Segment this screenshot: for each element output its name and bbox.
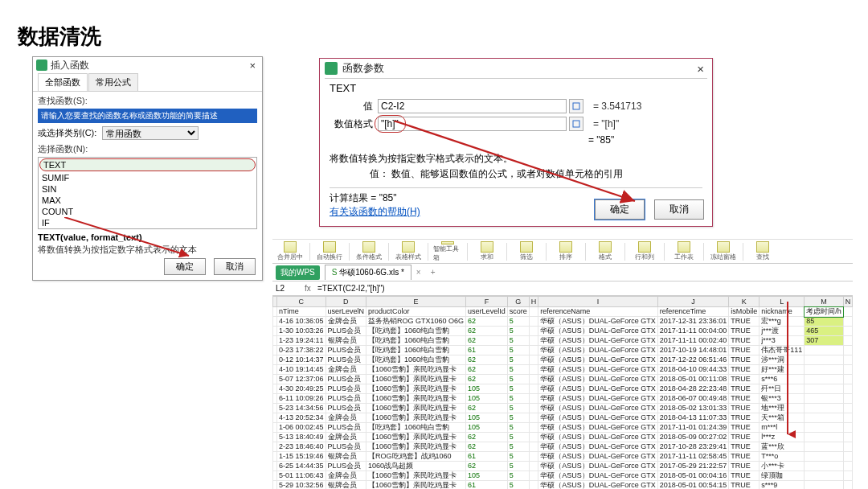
literal-result: = "85" [588, 134, 702, 146]
tab-common-formula[interactable]: 常用公式 [88, 73, 138, 91]
list-item[interactable]: SIN [39, 183, 256, 195]
ribbon-button[interactable]: 查找 [748, 241, 777, 262]
ribbon-button[interactable]: 行和列 [630, 241, 659, 262]
ok-button[interactable]: 确定 [595, 199, 645, 220]
param-eval: = 3.541713 [593, 101, 641, 112]
close-tab-icon[interactable]: × [411, 268, 426, 277]
function-name: TEXT [330, 82, 702, 94]
ok-button[interactable]: 确定 [164, 258, 206, 275]
data-grid[interactable]: CDEFGHIJKLMNOnTimeuserLevelNproductColor… [272, 296, 853, 489]
app-icon [325, 62, 338, 75]
category-label: 或选择类别(C): [38, 127, 102, 139]
list-label: 选择函数(N): [38, 143, 257, 155]
param-input-value[interactable] [378, 99, 567, 113]
cancel-button[interactable]: 取消 [654, 199, 704, 220]
list-item[interactable]: SUMIF [39, 172, 256, 183]
search-label: 查找函数(S): [38, 95, 257, 107]
ribbon-button[interactable]: 筛选 [512, 241, 541, 262]
list-item[interactable]: MAX [39, 195, 256, 206]
list-item[interactable]: AVERAGE [39, 228, 256, 229]
help-link[interactable]: 有关该函数的帮助(H) [330, 206, 420, 217]
range-picker-icon[interactable] [569, 117, 583, 131]
formula-text[interactable]: =TEXT(C2-I2,"[h]") [317, 284, 385, 293]
range-picker-icon[interactable] [569, 99, 583, 113]
ribbon-button[interactable]: 求和 [473, 241, 502, 262]
tabbar: 我的WPS S 华硕1060-6G.xls * × + [272, 264, 853, 281]
hint-text: 将数值转换为按指定数字格式表示的文本。 [330, 152, 702, 166]
wps-tab[interactable]: 我的WPS [276, 265, 320, 280]
ribbon-button[interactable]: 自动换行 [315, 241, 344, 262]
fx-icon[interactable]: fx [305, 284, 317, 293]
ribbon-button[interactable]: 表格样式 [394, 241, 423, 262]
search-input[interactable]: 请输入您要查找的函数名称或函数功能的简要描述 [38, 109, 257, 123]
close-icon[interactable]: × [694, 62, 707, 76]
formula-bar: L2 fx =TEXT(C2-I2,"[h]") [272, 281, 853, 296]
name-box[interactable]: L2 [276, 284, 305, 293]
cancel-button[interactable]: 取消 [214, 258, 256, 275]
dialog-title: 函数参数 [342, 61, 694, 76]
ribbon-button[interactable]: 智能工具箱 [433, 241, 462, 262]
ribbon-button[interactable]: 合并居中 [276, 241, 305, 262]
calc-result: 计算结果 = "85" [330, 192, 397, 203]
function-description: 将数值转换为按指定数字格式表示的文本 [38, 244, 257, 256]
page-title: 数据清洗 [18, 23, 101, 51]
ribbon-button[interactable]: 冻结窗格 [709, 241, 738, 262]
list-item[interactable]: COUNT [39, 206, 256, 217]
insert-function-dialog: 插入函数 × 全部函数 常用公式 查找函数(S): 请输入您要查找的函数名称或函… [32, 56, 263, 281]
tab-all-functions[interactable]: 全部函数 [38, 73, 88, 91]
hint-text: 值： 数值、能够返回数值的公式，或者对数值单元格的引用 [370, 167, 702, 181]
function-params-dialog: 函数参数 × TEXT 值 = 3.541713 数值格式 = "[h]" = … [319, 58, 713, 227]
svg-rect-1 [573, 103, 579, 109]
list-item-text[interactable]: TEXT [39, 158, 256, 171]
add-tab-icon[interactable]: + [426, 268, 440, 277]
list-item[interactable]: IF [39, 217, 256, 228]
ribbon-button[interactable]: 格式 [591, 241, 620, 262]
spreadsheet-app: 合并居中自动换行条件格式表格样式智能工具箱求和筛选排序格式行和列工作表冻结窗格查… [272, 239, 853, 480]
dialog-title: 插入函数 [51, 59, 246, 72]
param-label-value: 值 [330, 100, 378, 113]
ribbon: 合并居中自动换行条件格式表格样式智能工具箱求和筛选排序格式行和列工作表冻结窗格查… [272, 240, 853, 264]
param-eval: = "[h]" [593, 118, 619, 129]
app-icon [36, 60, 47, 71]
function-listbox[interactable]: TEXT SUMIF SIN MAX COUNT IF AVERAGE SUM [38, 157, 257, 229]
ribbon-button[interactable]: 条件格式 [354, 241, 383, 262]
param-input-format[interactable] [378, 117, 567, 131]
function-signature: TEXT(value, format_text) [38, 232, 257, 242]
category-select[interactable]: 常用函数 [102, 126, 199, 140]
ribbon-button[interactable]: 排序 [551, 241, 580, 262]
close-icon[interactable]: × [246, 60, 259, 72]
file-tab[interactable]: S 华硕1060-6G.xls * [325, 265, 411, 280]
ribbon-button[interactable]: 工作表 [669, 241, 698, 262]
param-label-format: 数值格式 [330, 117, 378, 131]
svg-rect-2 [573, 121, 579, 127]
